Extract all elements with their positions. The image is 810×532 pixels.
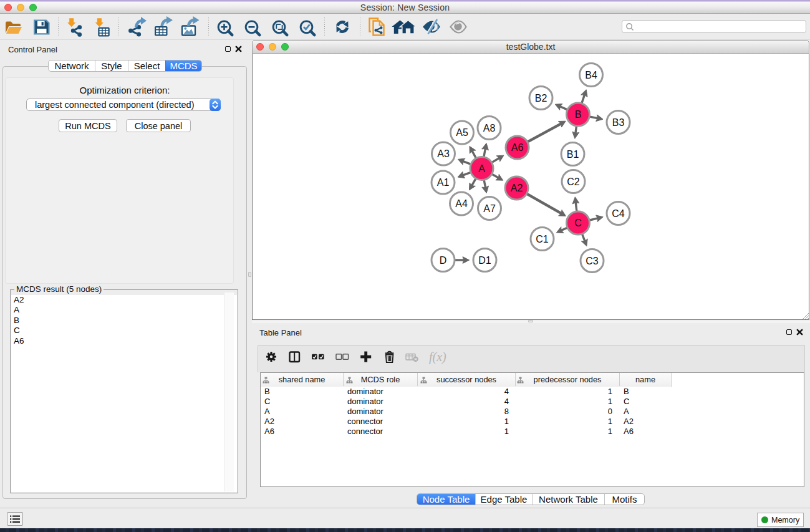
svg-text:B1: B1 (567, 149, 579, 160)
svg-text:C2: C2 (567, 177, 580, 187)
svg-text:B: B (575, 109, 582, 120)
svg-text:D: D (440, 255, 447, 266)
svg-text:C4: C4 (612, 208, 625, 219)
svg-text:A7: A7 (483, 203, 496, 214)
svg-text:f(x): f(x) (429, 350, 446, 364)
svg-text:B2: B2 (535, 93, 547, 104)
svg-text:B3: B3 (612, 117, 625, 128)
svg-text:A8: A8 (483, 123, 496, 133)
svg-text:A6: A6 (511, 142, 524, 153)
svg-text:A: A (478, 163, 485, 174)
svg-text:A1: A1 (437, 177, 450, 188)
svg-text:D1: D1 (478, 255, 491, 266)
svg-text:B4: B4 (585, 70, 597, 80)
svg-text:A3: A3 (437, 148, 450, 159)
svg-text:A4: A4 (455, 198, 468, 209)
svg-text:C: C (574, 218, 582, 228)
svg-text:C3: C3 (586, 256, 599, 266)
svg-text:A2: A2 (511, 183, 523, 193)
svg-text:C1: C1 (536, 234, 549, 244)
svg-text:A5: A5 (456, 127, 468, 138)
